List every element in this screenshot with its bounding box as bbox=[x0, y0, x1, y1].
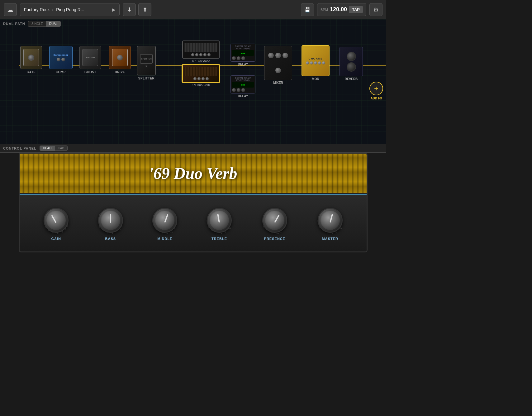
bpm-label: BPM bbox=[321, 8, 328, 12]
save-button[interactable]: 💾 bbox=[301, 3, 314, 16]
mod-section[interactable]: CHORUS MOD bbox=[302, 45, 330, 81]
middle-knob-group: 6 5 4 3 2 1 10 9 8 7 bbox=[151, 206, 179, 241]
treble-label: TREBLE bbox=[211, 237, 227, 241]
splitter-pedal[interactable]: SPLITTER E SPLITTER bbox=[135, 46, 157, 80]
single-option[interactable]: SINGLE bbox=[28, 21, 46, 26]
treble-knob[interactable] bbox=[207, 208, 232, 233]
presence-knob-group: 4 5 6 7 8 10 1 2 3 4 bbox=[260, 206, 290, 241]
breadcrumb-arrow: › bbox=[52, 7, 54, 12]
middle-knob[interactable] bbox=[152, 208, 177, 233]
add-fx-label: ADD FX bbox=[370, 97, 382, 100]
bass-knob-group: 9 10 8 7 6 5 4 3 2 1 bbox=[97, 206, 125, 241]
cloud-icon: ☁ bbox=[7, 6, 13, 13]
comp-pedal-box: Compressor bbox=[49, 46, 73, 69]
comp-pedal[interactable]: Compressor COMP bbox=[47, 46, 75, 74]
delay-bottom-label: DELAY bbox=[238, 94, 248, 98]
download-icon: ⬇ bbox=[127, 6, 132, 13]
add-fx-button[interactable]: + ADD FX bbox=[369, 82, 383, 100]
bpm-value[interactable]: 120.00 bbox=[330, 6, 347, 13]
settings-button[interactable]: ⚙ bbox=[369, 3, 382, 16]
dual-path-label: DUAL PATH bbox=[3, 22, 25, 26]
chorus-inner-label: CHORUS bbox=[308, 57, 322, 60]
delay-top[interactable]: DIGITAL DELAY POSITIVE(G) ■■■ DELAY bbox=[230, 44, 255, 66]
mod-label: MOD bbox=[312, 77, 319, 81]
middle-label: MIDDLE bbox=[157, 237, 172, 241]
drive-pedal[interactable]: DRIVE bbox=[106, 46, 134, 74]
signal-chain: DUAL PATH SINGLE DUAL GATE Compressor bbox=[0, 19, 386, 144]
top-bar: ☁ Factory Rock › Ping Pong R... ▶ ⬇ ⬆ 💾 … bbox=[0, 0, 386, 19]
top-bar-actions: ⬇ ⬆ bbox=[123, 3, 151, 16]
treble-knob-group: 7 6 5 4 3 2 1 10 9 8 bbox=[205, 206, 233, 241]
blackface-label: '67 Blackface bbox=[192, 60, 210, 63]
preset-name: Ping Pong R... bbox=[56, 7, 84, 12]
upload-icon: ⬆ bbox=[143, 6, 147, 13]
presence-label: PRESENCE bbox=[264, 237, 286, 241]
boost-pedal-box: Booster bbox=[79, 46, 101, 69]
boost-pedal[interactable]: Booster BOOST bbox=[76, 46, 104, 74]
single-dual-toggle[interactable]: SINGLE DUAL bbox=[28, 21, 61, 27]
delay-top-label: DELAY bbox=[238, 63, 248, 66]
head-option[interactable]: HEAD bbox=[40, 146, 55, 151]
blackface-amp[interactable]: '67 Blackface bbox=[182, 41, 220, 63]
master-label: MASTER bbox=[322, 237, 338, 241]
amp-display: '69 Duo Verb 9 10 8 7 6 5 4 3 bbox=[19, 153, 368, 252]
dual-option[interactable]: DUAL bbox=[46, 21, 61, 26]
splitter-label: SPLITTER bbox=[138, 77, 154, 80]
preset-selector[interactable]: Factory Rock › Ping Pong R... ▶ bbox=[20, 3, 120, 16]
gain-label: GAIN bbox=[51, 237, 61, 241]
control-panel: CONTROL PANEL HEAD CAB '69 Duo Verb 9 10… bbox=[0, 144, 386, 259]
reverb-label: REVERB bbox=[345, 77, 358, 81]
duoverb-amp[interactable]: '69 Duo Verb bbox=[182, 65, 220, 87]
preset-path: Factory Rock bbox=[24, 7, 50, 12]
mixer-label: MIXER bbox=[273, 81, 283, 84]
control-panel-label: CONTROL PANEL bbox=[3, 146, 36, 150]
drive-label: DRIVE bbox=[115, 70, 125, 74]
bass-knob[interactable] bbox=[98, 208, 123, 233]
play-button[interactable]: ▶ bbox=[112, 7, 116, 12]
bass-label: BASS bbox=[105, 237, 116, 241]
upload-button[interactable]: ⬆ bbox=[138, 3, 151, 16]
master-knob-group: 7 6 5 4 3 2 1 10 9 8 bbox=[316, 206, 344, 241]
gate-pedal[interactable]: GATE bbox=[17, 46, 45, 74]
reverb-section[interactable]: REVERB bbox=[340, 47, 363, 81]
boost-label: BOOST bbox=[84, 70, 96, 74]
amp-controls: 9 10 8 7 6 5 4 3 2 1 10 bbox=[20, 194, 367, 251]
comp-label: COMP bbox=[56, 70, 66, 74]
control-panel-header: CONTROL PANEL HEAD CAB bbox=[0, 144, 386, 153]
amp-name-display: '69 Duo Verb bbox=[149, 164, 237, 183]
cab-option[interactable]: CAB bbox=[55, 146, 68, 151]
gain-knob-group: 9 10 8 7 6 5 4 3 2 1 10 bbox=[42, 206, 70, 241]
amp-grille: '69 Duo Verb bbox=[20, 154, 367, 194]
add-fx-icon: + bbox=[374, 84, 378, 93]
bpm-area: BPM 120.00 TAP bbox=[317, 3, 366, 16]
gate-label: GATE bbox=[26, 70, 36, 74]
duoverb-label: '69 Duo Verb bbox=[192, 84, 210, 87]
gain-knob[interactable] bbox=[44, 208, 69, 233]
master-knob[interactable] bbox=[318, 208, 343, 233]
tap-button[interactable]: TAP bbox=[349, 6, 363, 13]
head-cab-toggle[interactable]: HEAD CAB bbox=[40, 146, 68, 151]
gate-pedal-box bbox=[20, 46, 42, 69]
save-icon: 💾 bbox=[304, 7, 311, 12]
presence-knob[interactable] bbox=[262, 208, 287, 233]
drive-pedal-box bbox=[109, 46, 131, 69]
cloud-button[interactable]: ☁ bbox=[4, 3, 17, 16]
settings-icon: ⚙ bbox=[373, 6, 379, 13]
download-button[interactable]: ⬇ bbox=[123, 3, 136, 16]
delay-bottom[interactable]: DIGITAL DELAY POSITIVE(G) ■■■ DELAY bbox=[230, 75, 255, 98]
